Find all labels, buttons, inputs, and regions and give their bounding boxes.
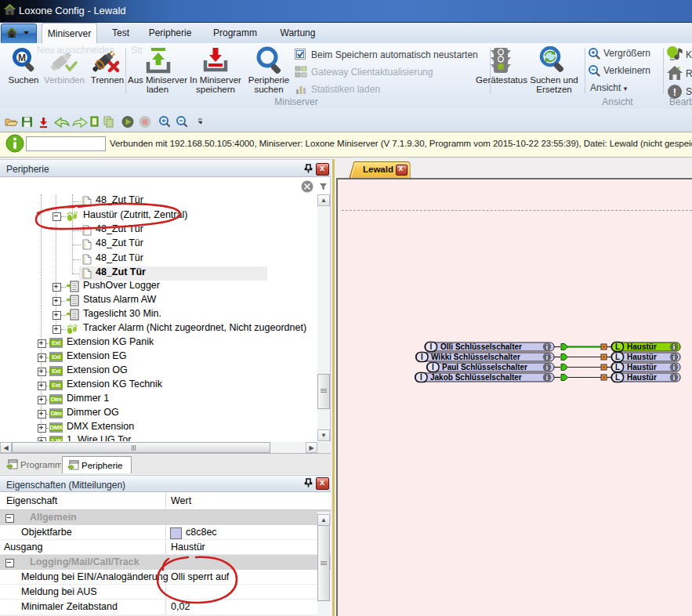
svg-text:I: I bbox=[420, 373, 422, 382]
svg-text:L: L bbox=[615, 353, 620, 361]
svg-text:i: i bbox=[546, 343, 548, 351]
svg-text:L: L bbox=[615, 373, 620, 382]
svg-text:i: i bbox=[546, 374, 548, 382]
svg-text:L: L bbox=[615, 363, 620, 371]
svg-text:Paul Schlüsselschalter: Paul Schlüsselschalter bbox=[442, 363, 527, 371]
svg-text:Wikki Schlüsselschalter: Wikki Schlüsselschalter bbox=[431, 353, 520, 361]
svg-text:Haustür: Haustür bbox=[627, 353, 657, 361]
svg-text:L: L bbox=[615, 342, 620, 351]
svg-text:Olli Schlüsselschalter: Olli Schlüsselschalter bbox=[440, 342, 522, 351]
svg-text:I: I bbox=[430, 342, 433, 351]
svg-text:Haustür: Haustür bbox=[627, 363, 657, 371]
svg-text:i: i bbox=[673, 353, 675, 361]
svg-text:M: M bbox=[18, 53, 26, 63]
svg-text:Jakob Schlüsselschalter: Jakob Schlüsselschalter bbox=[430, 373, 522, 382]
svg-text:I: I bbox=[432, 363, 434, 371]
svg-text:i: i bbox=[673, 364, 675, 371]
svg-text:i: i bbox=[546, 353, 548, 361]
svg-text:Haustür: Haustür bbox=[627, 342, 657, 351]
svg-text:I: I bbox=[421, 353, 423, 361]
svg-text:i: i bbox=[673, 343, 675, 351]
svg-text:Haustür: Haustür bbox=[627, 373, 657, 382]
svg-text:i: i bbox=[546, 364, 548, 371]
svg-text:i: i bbox=[673, 374, 675, 382]
